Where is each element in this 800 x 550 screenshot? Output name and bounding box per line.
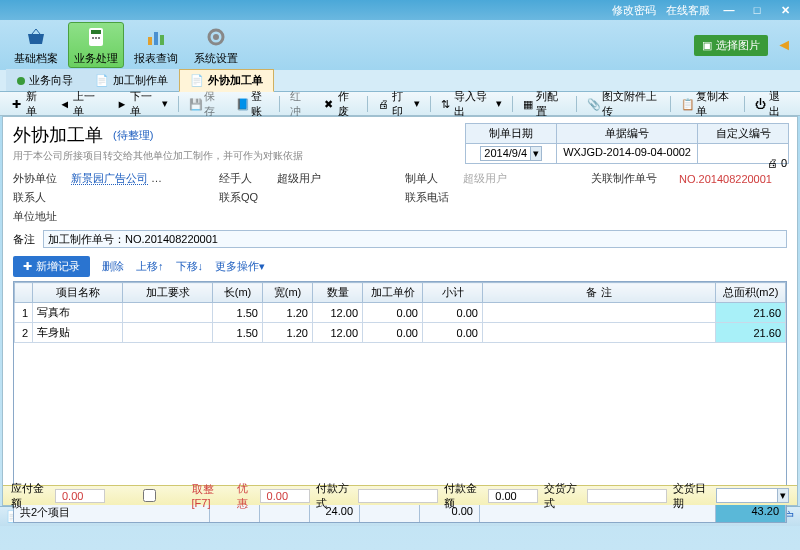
attach-icon: 📎 [587,98,599,110]
col-qty[interactable]: 数量 [313,283,363,303]
paymode-input[interactable] [358,489,438,503]
titlebar: 修改密码 在线客服 — □ ✕ [0,0,800,20]
arrow-right-icon: ► [117,98,128,110]
new-icon: ✚ [12,98,23,110]
customno-label: 自定义编号 [698,124,788,144]
minimize-icon[interactable]: — [720,3,738,17]
payamt-value[interactable]: 0.00 [488,489,538,503]
payable-label: 应付金额 [11,481,51,511]
vendor-value[interactable]: 新景园广告公司 … [71,171,211,186]
calculator-icon [84,25,108,49]
col-length[interactable]: 长(m) [213,283,263,303]
discount-value[interactable]: 0.00 [260,489,310,503]
maximize-icon[interactable]: □ [748,3,766,17]
printer-icon: 🖨 [767,157,778,169]
ribbon-settings[interactable]: 系统设置 [188,22,244,68]
col-req[interactable]: 加工要求 [123,283,213,303]
svg-point-4 [98,37,100,39]
svg-rect-1 [91,30,101,34]
ribbon-business[interactable]: 业务处理 [68,22,124,68]
contact-label: 联系人 [13,190,63,205]
col-name[interactable]: 项目名称 [33,283,123,303]
move-down-link[interactable]: 下移↓ [176,259,204,274]
svg-point-3 [95,37,97,39]
paymode-label: 付款方式 [316,481,355,511]
exit-icon: ⏻ [755,98,766,110]
col-subtotal[interactable]: 小计 [423,283,483,303]
barchart-icon [144,25,168,49]
cols-icon: ▦ [523,98,534,110]
ribbon: 基础档案 业务处理 报表查询 系统设置 ▣选择图片 ◄ [0,20,800,70]
copy-icon: 📋 [681,98,693,110]
online-service-link[interactable]: 在线客服 [666,3,710,18]
totals-bar: 应付金额0.00 取整[F7] 优惠0.00 付款方式 付款金额0.00 交货方… [3,485,797,505]
close-icon[interactable]: ✕ [776,3,794,17]
date-label: 制单日期 [466,124,556,144]
doc-icon: 📄 [190,74,204,87]
discount-label: 优惠 [237,481,256,511]
delivdate-label: 交货日期 [673,481,712,511]
relno-value[interactable]: NO.201408220001 [679,173,787,185]
book-icon: 📘 [236,98,248,110]
image-icon: ▣ [702,39,712,52]
handler-label: 经手人 [219,171,269,186]
address-label: 单位地址 [13,209,63,224]
delete-row-link[interactable]: 删除 [102,259,124,274]
print-status[interactable]: 🖨0 [767,157,787,169]
payable-value: 0.00 [55,489,105,503]
announce-icon[interactable]: ◄ [776,36,792,54]
tidy-link[interactable]: (待整理) [113,128,153,143]
data-grid[interactable]: 项目名称 加工要求 长(m) 宽(m) 数量 加工单价 小计 备 注 总面积(m… [13,281,787,501]
print-icon: 🖨 [378,98,389,110]
ribbon-report[interactable]: 报表查询 [128,22,184,68]
svg-point-2 [92,37,94,39]
ellipsis-icon[interactable]: … [151,172,162,184]
payamt-label: 付款金额 [444,481,484,511]
header-form: 外协单位 新景园广告公司 … 经手人 超级用户 制单人 超级用户 关联制作单号 … [3,167,797,228]
col-width[interactable]: 宽(m) [263,283,313,303]
header-meta: 制单日期2014/9/4▾ 单据编号WXJGD-2014-09-04-0002 … [466,123,789,164]
col-area[interactable]: 总面积(m2) [716,283,786,303]
qq-label: 联系QQ [219,190,269,205]
doc-toolbar: ✚新单 ◄上一单 ►下一单▾ 💾保存 📘登账 红冲 ✖作废 🖨打印▾ ⇅导入导出… [0,92,800,116]
arrow-left-icon: ◄ [59,98,70,110]
docno-label: 单据编号 [557,124,697,144]
svg-point-9 [213,34,219,40]
change-password-link[interactable]: 修改密码 [612,3,656,18]
add-row-button[interactable]: ✚新增记录 [13,256,90,277]
gear-icon [204,25,228,49]
delivdate-picker[interactable]: ▾ [716,488,789,503]
save-icon: 💾 [189,98,201,110]
col-index[interactable] [15,283,33,303]
col-memo[interactable]: 备 注 [483,283,716,303]
grid-toolbar: ✚新增记录 删除 上移↑ 下移↓ 更多操作▾ [3,250,797,279]
io-icon: ⇅ [441,98,452,110]
plus-icon: ✚ [23,260,32,273]
handler-value[interactable]: 超级用户 [277,171,397,186]
round-label[interactable]: 取整[F7] [192,482,231,509]
maker-label: 制单人 [405,171,455,186]
page-title: 外协加工单 [13,123,103,147]
delivmode-label: 交货方式 [544,481,583,511]
memo-input[interactable] [43,230,787,248]
table-row[interactable]: 2车身贴1.501.2012.000.000.0021.60 [15,323,786,343]
date-picker[interactable]: 2014/9/4▾ [480,146,542,161]
basket-icon [24,25,48,49]
svg-rect-6 [154,32,158,45]
more-actions-link[interactable]: 更多操作▾ [215,259,265,274]
dot-icon [17,77,25,85]
docno-value: WXJGD-2014-09-04-0002 [557,144,697,160]
ribbon-archive[interactable]: 基础档案 [8,22,64,68]
memo-label: 备注 [13,232,35,247]
document-page: 外协加工单 (待整理) 用于本公司所接项目转交给其他单位加工制作，并可作为对账依… [2,116,798,506]
delivmode-input[interactable] [587,489,667,503]
col-price[interactable]: 加工单价 [363,283,423,303]
select-image-button[interactable]: ▣选择图片 [694,35,768,56]
round-checkbox[interactable] [111,489,188,502]
phone-label: 联系电话 [405,190,455,205]
table-row[interactable]: 1写真布1.501.2012.000.000.0021.60 [15,303,786,323]
void-icon: ✖ [324,98,335,110]
vendor-label: 外协单位 [13,171,63,186]
move-up-link[interactable]: 上移↑ [136,259,164,274]
svg-rect-5 [148,37,152,45]
